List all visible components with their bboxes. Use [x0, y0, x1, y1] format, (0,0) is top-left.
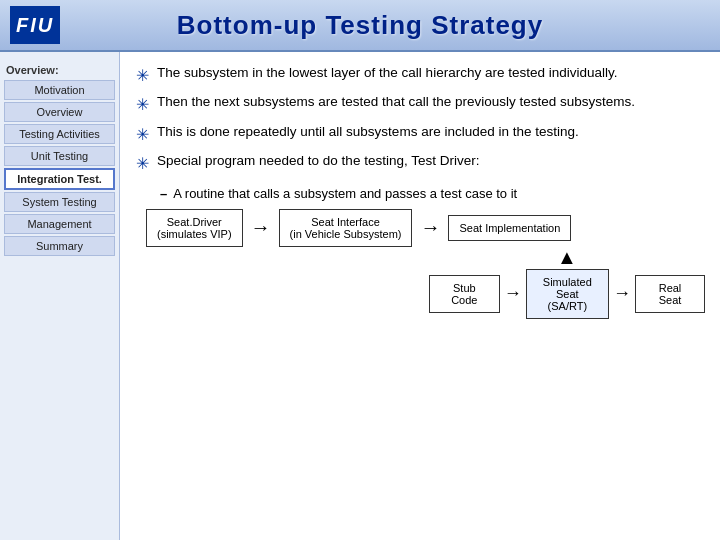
- sub-bullet: – A routine that calls a subsystem and p…: [160, 186, 704, 201]
- sidebar: Overview: Motivation Overview Testing Ac…: [0, 52, 120, 540]
- bullet-3: ✳ This is done repeatedly until all subs…: [136, 123, 704, 146]
- arrow-1: →: [243, 216, 279, 239]
- bullet-2: ✳ Then the next subsystems are tested th…: [136, 93, 704, 116]
- logo-area: FIU: [10, 6, 60, 44]
- sidebar-item-summary[interactable]: Summary: [4, 236, 115, 256]
- sub-dash: –: [160, 186, 167, 201]
- bullet-star-4: ✳: [136, 153, 149, 175]
- arrow-3: →: [500, 283, 526, 304]
- sidebar-item-system-testing[interactable]: System Testing: [4, 192, 115, 212]
- diagram-box-seat-interface: Seat Interface (in Vehicle Subsystem): [279, 209, 413, 247]
- diagram-box-simulated-seat: Simulated Seat (SA/RT): [526, 269, 609, 319]
- content-area: ✳ The subsystem in the lowest layer of t…: [120, 52, 720, 540]
- sidebar-item-management[interactable]: Management: [4, 214, 115, 234]
- sidebar-item-testing-activities[interactable]: Testing Activities: [4, 124, 115, 144]
- page-title: Bottom-up Testing Strategy: [177, 10, 543, 41]
- sidebar-item-integration-test[interactable]: Integration Test.: [4, 168, 115, 190]
- header: FIU Bottom-up Testing Strategy: [0, 0, 720, 52]
- logo-box: FIU: [10, 6, 60, 44]
- bullet-4: ✳ Special program needed to do the testi…: [136, 152, 704, 175]
- bullet-star-3: ✳: [136, 124, 149, 146]
- sidebar-item-motivation[interactable]: Motivation: [4, 80, 115, 100]
- sidebar-item-unit-testing[interactable]: Unit Testing: [4, 146, 115, 166]
- arrow-2: →: [412, 216, 448, 239]
- main-layout: Overview: Motivation Overview Testing Ac…: [0, 52, 720, 540]
- arrow-4: →: [609, 283, 635, 304]
- diagram-area: Seat.Driver (simulates VIP) → Seat Inter…: [146, 209, 704, 319]
- bullet-list: ✳ The subsystem in the lowest layer of t…: [136, 64, 704, 176]
- bullet-star-1: ✳: [136, 65, 149, 87]
- arrow-up: ▲: [557, 247, 577, 267]
- diagram-box-seatdriver: Seat.Driver (simulates VIP): [146, 209, 243, 247]
- sidebar-item-overview[interactable]: Overview: [4, 102, 115, 122]
- diagram-box-seat-impl: Seat Implementation: [448, 215, 571, 241]
- diagram-box-real-seat: Real Seat: [635, 275, 705, 313]
- diagram-box-stub-code: Stub Code: [429, 275, 500, 313]
- bullet-star-2: ✳: [136, 94, 149, 116]
- sidebar-section-label: Overview:: [0, 60, 119, 78]
- bullet-1: ✳ The subsystem in the lowest layer of t…: [136, 64, 704, 87]
